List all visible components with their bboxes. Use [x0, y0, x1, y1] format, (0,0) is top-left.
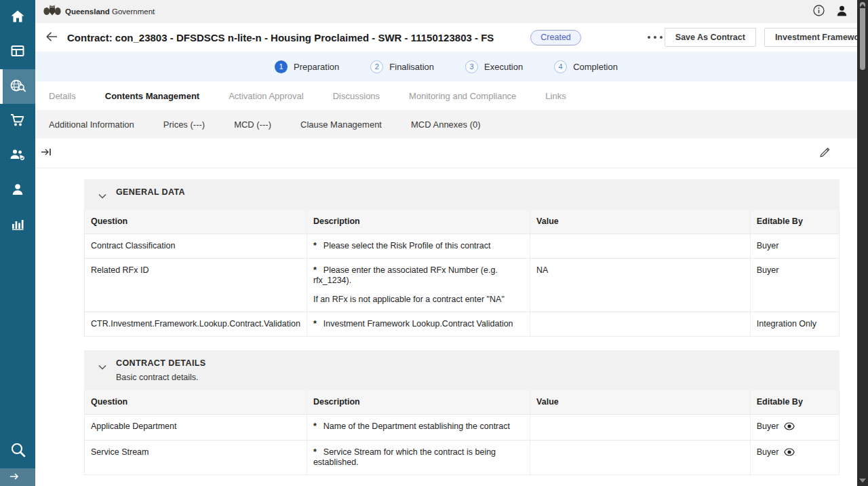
- section-header[interactable]: GENERAL DATA: [84, 179, 840, 210]
- content-area: GENERAL DATA Question Description Value …: [35, 138, 857, 486]
- subtab-mcd-annexes[interactable]: MCD Annexes (0): [411, 119, 481, 130]
- section-header[interactable]: CONTRACT DETAILS Basic contract details.: [84, 350, 840, 390]
- table-row: Applicable Department *Name of the Depar…: [85, 414, 839, 440]
- shopping-cart-icon: [10, 113, 25, 130]
- table-row: Related RFx ID *Please enter the associa…: [85, 258, 839, 312]
- value-cell: [530, 415, 750, 440]
- subtab-clause-management[interactable]: Clause Management: [300, 119, 382, 130]
- edit-button[interactable]: [819, 146, 831, 160]
- column-header-editable-by: Editable By: [750, 390, 839, 414]
- globe-search-icon: [9, 78, 26, 96]
- subtab-additional-information[interactable]: Additional Information: [49, 119, 134, 130]
- visibility-eye-icon[interactable]: [784, 422, 795, 433]
- subtab-prices[interactable]: Prices (---): [163, 119, 205, 130]
- investment-framework-lookup-button[interactable]: Investment Framework Lookup: [764, 28, 868, 47]
- home-icon: [10, 10, 25, 26]
- table-header-row: Question Description Value Editable By: [85, 390, 839, 414]
- scrollbar-up-arrow-icon[interactable]: [859, 4, 866, 8]
- required-marker: *: [313, 422, 317, 431]
- description-cell: *Service Stream for which the contract i…: [307, 441, 530, 474]
- column-header-editable-by: Editable By: [750, 210, 839, 233]
- tab-monitoring-and-compliance[interactable]: Monitoring and Compliance: [409, 91, 516, 101]
- queensland-government-logo: Queensland Government: [43, 3, 155, 20]
- description-cell: *Please enter the associated RFx Number …: [307, 259, 530, 312]
- tab-bar: Details Contents Management Activation A…: [35, 81, 857, 110]
- sidebar-item-search[interactable]: [0, 434, 35, 468]
- column-header-description: Description: [307, 210, 530, 233]
- tab-discussions[interactable]: Discussions: [333, 91, 380, 101]
- column-header-value: Value: [530, 210, 750, 233]
- scrollbar[interactable]: [857, 0, 868, 486]
- description-text: Please enter the associated RFx Number (…: [313, 265, 498, 285]
- tab-activation-approval[interactable]: Activation Approval: [229, 91, 304, 101]
- section-title: GENERAL DATA: [116, 187, 185, 197]
- overflow-menu-button[interactable]: [646, 36, 665, 39]
- step-preparation[interactable]: 1 Preparation: [275, 60, 339, 73]
- dashboard-icon: [11, 45, 24, 60]
- sidebar-item-cart[interactable]: [0, 104, 35, 138]
- supplier-group-icon: [9, 149, 26, 164]
- back-arrow-icon: [45, 31, 58, 44]
- step-number: 3: [465, 60, 478, 73]
- sidebar-item-dashboard[interactable]: [0, 35, 35, 69]
- column-header-question: Question: [85, 390, 307, 414]
- arrow-right-icon: [9, 471, 19, 483]
- subtab-mcd[interactable]: MCD (---): [234, 119, 271, 130]
- tab-links[interactable]: Links: [545, 91, 566, 101]
- collapse-panel-button[interactable]: [41, 147, 52, 160]
- step-finalisation[interactable]: 2 Finalisation: [370, 60, 434, 73]
- info-icon: [813, 5, 825, 18]
- table-row: Contract Classification *Please select t…: [85, 233, 839, 258]
- scrollbar-down-arrow-icon[interactable]: [859, 479, 866, 483]
- page-title: Contract: con_23803 - DFSDSCS n-lite-n -…: [67, 32, 494, 43]
- step-execution[interactable]: 3 Execution: [465, 60, 523, 73]
- description-cell: *Investment Framework Lookup.Contract Va…: [307, 312, 530, 336]
- collapse-panel-icon: [41, 147, 52, 160]
- value-cell: [530, 234, 750, 258]
- table-header-row: Question Description Value Editable By: [85, 210, 839, 233]
- topbar-actions: [813, 5, 848, 18]
- sidebar: [0, 0, 35, 486]
- logo-text-bold: Queensland: [65, 7, 110, 16]
- info-button[interactable]: [813, 5, 825, 18]
- scrollbar-thumb[interactable]: [860, 2, 865, 70]
- sidebar-item-home[interactable]: [0, 0, 35, 35]
- value-cell: [530, 441, 750, 474]
- required-marker: *: [313, 241, 317, 250]
- back-button[interactable]: [45, 31, 58, 44]
- section-subtitle: Basic contract details.: [116, 373, 206, 382]
- visibility-eye-icon[interactable]: [784, 448, 795, 459]
- step-number: 4: [554, 60, 567, 73]
- app-root: Queensland Government: [0, 0, 868, 486]
- step-number: 2: [370, 60, 383, 73]
- sidebar-item-suppliers[interactable]: [0, 138, 35, 173]
- step-label: Execution: [484, 62, 523, 72]
- tab-contents-management[interactable]: Contents Management: [105, 91, 199, 101]
- sidebar-item-profile[interactable]: [0, 173, 35, 208]
- sidebar-item-sourcing[interactable]: [0, 69, 35, 104]
- questionnaire-panel: GENERAL DATA Question Description Value …: [84, 179, 840, 486]
- step-completion[interactable]: 4 Completion: [554, 60, 618, 73]
- status-badge: Created: [530, 30, 580, 45]
- tab-details[interactable]: Details: [49, 91, 76, 101]
- coat-of-arms-icon: [43, 3, 61, 20]
- topbar: Queensland Government: [35, 0, 857, 23]
- title-bar: Contract: con_23803 - DFSDSCS n-lite-n -…: [35, 23, 857, 52]
- save-as-contract-button[interactable]: Save As Contract: [665, 28, 756, 47]
- table-row: CTR.Investment.Framework.Lookup.Contract…: [85, 312, 839, 336]
- description-cell: *Name of the Department establishing the…: [307, 415, 530, 440]
- required-marker: *: [313, 319, 317, 329]
- sidebar-item-reports[interactable]: [0, 208, 35, 242]
- user-menu-button[interactable]: [836, 5, 848, 18]
- description-text: Service Stream for which the contract is…: [313, 447, 496, 467]
- editable-by-text: Buyer: [757, 447, 779, 457]
- search-icon: [10, 442, 26, 460]
- user-icon: [836, 5, 848, 18]
- editable-by-cell: Buyer: [750, 441, 839, 474]
- description-text: Investment Framework Lookup.Contract Val…: [323, 319, 513, 329]
- section-table: Question Description Value Editable By A…: [84, 390, 840, 475]
- column-header-question: Question: [85, 210, 307, 233]
- logo-text-regular: Government: [112, 7, 155, 16]
- sidebar-expand-button[interactable]: [0, 468, 35, 486]
- step-label: Finalisation: [389, 62, 434, 72]
